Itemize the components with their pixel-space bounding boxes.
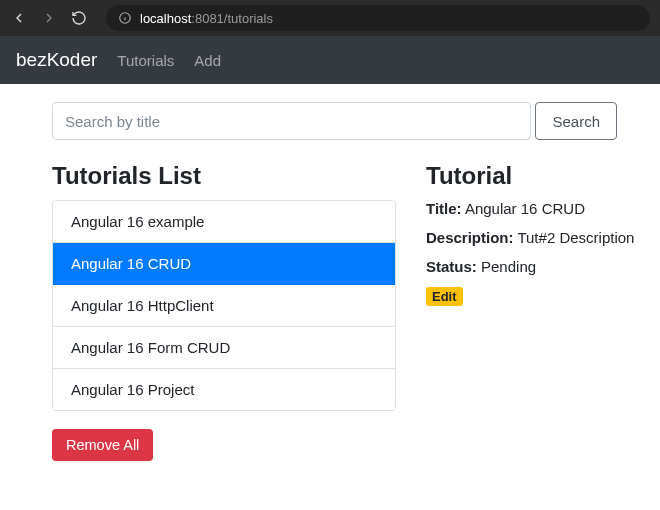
detail-title-label: Title: [426,200,462,217]
list-item[interactable]: Angular 16 Form CRUD [53,327,395,369]
list-item[interactable]: Angular 16 HttpClient [53,285,395,327]
detail-description-label: Description: [426,229,514,246]
app-navbar: bezKoder Tutorials Add [0,36,660,84]
list-heading: Tutorials List [52,162,396,190]
main-columns: Tutorials List Angular 16 exampleAngular… [52,162,644,461]
search-button[interactable]: Search [535,102,617,140]
search-row: Search [52,102,617,140]
list-item[interactable]: Angular 16 CRUD [53,243,395,285]
detail-status-value: Pending [481,258,536,275]
remove-all-button[interactable]: Remove All [52,429,153,461]
detail-status-label: Status: [426,258,477,275]
list-item[interactable]: Angular 16 Project [53,369,395,410]
tutorials-list-column: Tutorials List Angular 16 exampleAngular… [52,162,396,461]
nav-link-add[interactable]: Add [194,52,221,69]
detail-title-row: Title: Angular 16 CRUD [426,200,644,217]
edit-button[interactable]: Edit [426,287,463,306]
search-input[interactable] [52,102,531,140]
address-bar[interactable]: localhost:8081/tutorials [106,5,650,31]
detail-title-value: Angular 16 CRUD [465,200,585,217]
detail-heading: Tutorial [426,162,644,190]
forward-button[interactable] [40,9,58,27]
tutorials-list: Angular 16 exampleAngular 16 CRUDAngular… [52,200,396,411]
url-text: localhost:8081/tutorials [140,11,273,26]
url-host: localhost [140,11,191,26]
brand-logo[interactable]: bezKoder [16,49,97,71]
list-item[interactable]: Angular 16 example [53,201,395,243]
info-icon [118,11,132,25]
back-button[interactable] [10,9,28,27]
nav-link-tutorials[interactable]: Tutorials [117,52,174,69]
detail-status-row: Status: Pending [426,258,644,275]
tutorial-detail-column: Tutorial Title: Angular 16 CRUD Descript… [426,162,644,461]
detail-description-value: Tut#2 Description [517,229,634,246]
main-content: Search Tutorials List Angular 16 example… [0,84,660,481]
browser-toolbar: localhost:8081/tutorials [0,0,660,36]
reload-button[interactable] [70,9,88,27]
url-path: :8081/tutorials [191,11,273,26]
detail-description-row: Description: Tut#2 Description [426,229,644,246]
